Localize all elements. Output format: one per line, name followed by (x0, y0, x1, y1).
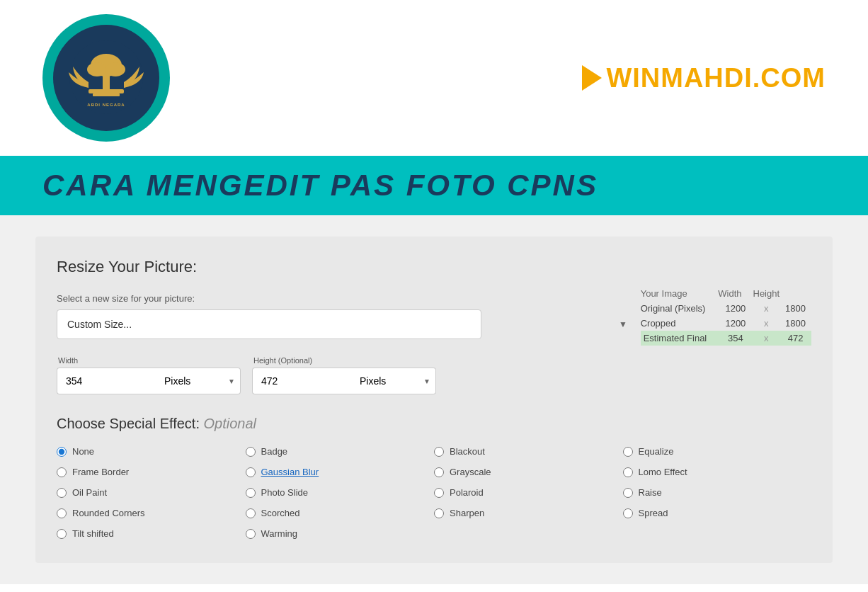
effect-sharpen-radio[interactable] (434, 508, 444, 518)
logo-emblem: ABDI NEGARA (67, 38, 145, 118)
main-content: Resize Your Picture: Select a new size f… (0, 215, 868, 584)
effect-warming-radio[interactable] (246, 529, 256, 539)
effect-none: None (57, 443, 246, 460)
effect-oil-paint-label[interactable]: Oil Paint (72, 487, 107, 498)
effect-rounded-corners-label[interactable]: Rounded Corners (72, 508, 145, 518)
effects-col-3: Blackout Grayscale Polaroid Sharpen (434, 443, 623, 542)
width-unit-select[interactable]: Pixels Percent (156, 368, 241, 394)
effect-equalize: Equalize (623, 443, 812, 460)
effect-badge-radio[interactable] (246, 447, 256, 457)
brand-arrow-icon (582, 65, 602, 91)
effect-warming: Warming (246, 525, 435, 542)
effect-equalize-label[interactable]: Equalize (639, 446, 674, 457)
svg-point-4 (105, 62, 125, 76)
effect-photo-slide-radio[interactable] (246, 488, 256, 498)
image-info-table: Your Image Width Height Original (Pixels… (641, 286, 811, 346)
effects-title: Choose Special Effect: Optional (57, 416, 811, 432)
cropped-label: Cropped (641, 316, 719, 331)
effect-tilt-shifted-label[interactable]: Tilt shifted (72, 528, 114, 539)
svg-rect-6 (93, 93, 120, 96)
col-width: Width (718, 286, 753, 301)
banner: CARA MENGEDIT PAS FOTO CPNS (0, 156, 868, 215)
col-image: Your Image (641, 286, 719, 301)
width-label: Width (57, 356, 241, 365)
effect-spread: Spread (623, 505, 812, 521)
width-input[interactable] (57, 368, 156, 394)
estimated-label: Estimated Final (641, 331, 719, 346)
effect-grayscale-radio[interactable] (434, 467, 444, 477)
effects-col-1: None Frame Border Oil Paint Rounded Corn… (57, 443, 246, 542)
effects-grid: None Frame Border Oil Paint Rounded Corn… (57, 443, 811, 542)
effect-blackout-label[interactable]: Blackout (450, 446, 485, 457)
effect-raise-label[interactable]: Raise (639, 487, 662, 498)
effect-none-radio[interactable] (57, 447, 67, 457)
effect-lomo-label[interactable]: Lomo Effect (639, 467, 687, 477)
effects-optional: Optional (204, 416, 257, 431)
height-input[interactable] (252, 368, 351, 394)
svg-text:ABDI NEGARA: ABDI NEGARA (87, 103, 125, 107)
size-select[interactable]: Custom Size... (57, 309, 481, 339)
width-inner: Pixels Percent (57, 368, 241, 394)
effect-photo-slide: Photo Slide (246, 484, 435, 501)
select-label: Select a new size for your picture: (57, 293, 637, 304)
effect-grayscale-label[interactable]: Grayscale (450, 467, 491, 477)
effect-badge: Badge (246, 443, 435, 460)
effects-col-2: Badge Gaussian Blur Photo Slide Scorched… (246, 443, 435, 542)
effect-scorched-radio[interactable] (246, 508, 256, 518)
effect-tilt-shifted-radio[interactable] (57, 529, 67, 539)
original-label: Original (Pixels) (641, 301, 719, 316)
effect-spread-label[interactable]: Spread (639, 508, 668, 518)
col-height: Height (753, 286, 780, 301)
effect-frame-border-label[interactable]: Frame Border (72, 467, 129, 477)
cropped-width: 1200 (718, 316, 753, 331)
effect-polaroid: Polaroid (434, 484, 623, 501)
effect-sharpen-label[interactable]: Sharpen (450, 508, 484, 518)
effect-oil-paint-radio[interactable] (57, 488, 67, 498)
effect-lomo-radio[interactable] (623, 467, 633, 477)
original-height: 1800 (780, 301, 811, 316)
effect-equalize-radio[interactable] (623, 447, 633, 457)
estimated-sep: x (753, 331, 780, 346)
width-unit-wrapper[interactable]: Pixels Percent (156, 368, 241, 394)
effect-grayscale: Grayscale (434, 464, 623, 480)
effect-photo-slide-label[interactable]: Photo Slide (261, 487, 309, 498)
brand-name: WINMAHDI.COM (606, 63, 826, 93)
effect-rounded-corners-radio[interactable] (57, 508, 67, 518)
height-label: Height (Optional) (252, 356, 436, 365)
effect-blackout: Blackout (434, 443, 623, 460)
effect-tilt-shifted: Tilt shifted (57, 525, 246, 542)
effect-gaussian-blur: Gaussian Blur (246, 464, 435, 480)
header: ABDI NEGARA WINMAHDI.COM (0, 0, 868, 156)
original-sep: x (753, 301, 780, 316)
effect-raise-radio[interactable] (623, 488, 633, 498)
resize-content: Select a new size for your picture: Cust… (57, 293, 811, 394)
effect-frame-border-radio[interactable] (57, 467, 67, 477)
effect-scorched: Scorched (246, 505, 435, 521)
height-group: Height (Optional) Pixels Percent (252, 356, 436, 394)
effect-polaroid-radio[interactable] (434, 488, 444, 498)
height-unit-select[interactable]: Pixels Percent (351, 368, 436, 394)
effect-none-label[interactable]: None (72, 446, 94, 457)
effect-spread-radio[interactable] (623, 508, 633, 518)
effect-badge-label[interactable]: Badge (261, 446, 288, 457)
resize-panel: Resize Your Picture: Select a new size f… (35, 237, 833, 563)
original-row: Original (Pixels) 1200 x 1800 (641, 301, 811, 316)
effect-lomo: Lomo Effect (623, 464, 812, 480)
effect-warming-label[interactable]: Warming (261, 528, 298, 539)
effect-gaussian-blur-label[interactable]: Gaussian Blur (261, 467, 319, 477)
effect-frame-border: Frame Border (57, 464, 246, 480)
effect-scorched-label[interactable]: Scorched (261, 508, 300, 518)
width-group: Width Pixels Percent (57, 356, 241, 394)
estimated-width: 354 (718, 331, 753, 346)
effect-blackout-radio[interactable] (434, 447, 444, 457)
effects-col-4: Equalize Lomo Effect Raise Spread (623, 443, 812, 542)
effect-oil-paint: Oil Paint (57, 484, 246, 501)
size-select-wrapper[interactable]: Custom Size... (57, 309, 637, 339)
logo-inner: ABDI NEGARA (53, 25, 159, 131)
cropped-sep: x (753, 316, 780, 331)
height-inner: Pixels Percent (252, 368, 436, 394)
effect-rounded-corners: Rounded Corners (57, 505, 246, 521)
height-unit-wrapper[interactable]: Pixels Percent (351, 368, 436, 394)
effect-polaroid-label[interactable]: Polaroid (450, 487, 484, 498)
effect-gaussian-blur-radio[interactable] (246, 467, 256, 477)
